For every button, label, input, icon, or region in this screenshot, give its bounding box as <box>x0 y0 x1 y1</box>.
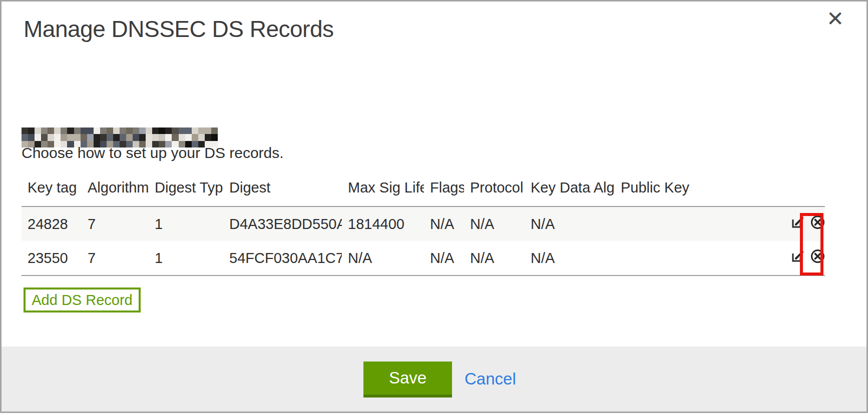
cell-key-data-alg: N/A <box>525 241 615 276</box>
col-header-max-sig-life: Max Sig Life <box>342 180 424 206</box>
cell-public-key <box>615 206 777 241</box>
col-header-flags: Flags <box>424 180 464 206</box>
cell-algorithm: 7 <box>82 206 149 241</box>
col-header-actions <box>777 180 825 206</box>
close-icon[interactable]: ✕ <box>826 8 844 30</box>
cell-flags: N/A <box>424 241 464 276</box>
ds-records-table: Key tag Algorithm Digest Type Digest Max… <box>22 180 825 276</box>
save-button[interactable]: Save <box>363 362 452 398</box>
cell-max-sig-life: N/A <box>342 241 424 276</box>
cancel-link[interactable]: Cancel <box>465 370 516 388</box>
add-ds-record-button[interactable]: Add DS Record <box>24 288 141 312</box>
cell-protocol: N/A <box>464 241 525 276</box>
col-header-digest: Digest <box>223 180 342 206</box>
cell-flags: N/A <box>424 206 464 241</box>
edit-record-icon[interactable] <box>791 216 804 232</box>
edit-record-icon[interactable] <box>791 250 804 266</box>
dnssec-ds-records-dialog: Manage DNSSEC DS Records ✕ Choose how to… <box>0 0 868 413</box>
table-header-row: Key tag Algorithm Digest Type Digest Max… <box>22 180 825 206</box>
cell-digest: D4A33E8DD550A9... <box>223 206 342 241</box>
col-header-key-data-alg: Key Data Alg <box>525 180 615 206</box>
cell-digest-type: 1 <box>149 206 223 241</box>
instruction-text: Choose how to set up your DS records. <box>22 144 284 162</box>
cell-key-tag: 24828 <box>22 206 82 241</box>
cell-algorithm: 7 <box>82 241 149 276</box>
table-row: 24828 7 1 D4A33E8DD550A9... 1814400 N/A … <box>22 206 825 241</box>
cell-public-key <box>615 241 777 276</box>
page-title: Manage DNSSEC DS Records <box>24 16 333 42</box>
cell-digest-type: 1 <box>149 241 223 276</box>
dialog-footer: Save Cancel <box>2 346 866 412</box>
col-header-public-key: Public Key <box>615 180 777 206</box>
col-header-digest-type: Digest Type <box>149 180 223 206</box>
col-header-protocol: Protocol <box>464 180 525 206</box>
col-header-algorithm: Algorithm <box>82 180 149 206</box>
cell-digest: 54FCF030AA1C79... <box>223 241 342 276</box>
table-row: 23550 7 1 54FCF030AA1C79... N/A N/A N/A … <box>22 241 825 276</box>
cell-key-data-alg: N/A <box>525 206 615 241</box>
delete-record-icon[interactable] <box>810 215 825 233</box>
cell-max-sig-life: 1814400 <box>342 206 424 241</box>
col-header-key-tag: Key tag <box>22 180 82 206</box>
cell-protocol: N/A <box>464 206 525 241</box>
delete-record-icon[interactable] <box>810 249 825 267</box>
cell-key-tag: 23550 <box>22 241 82 276</box>
